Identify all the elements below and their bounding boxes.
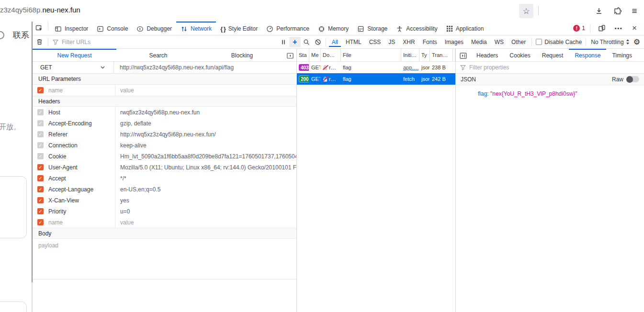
new-header-value-placeholder[interactable]: value: [120, 219, 134, 226]
payload-textarea[interactable]: [33, 239, 296, 279]
tab-cookies[interactable]: Cookies: [504, 49, 536, 61]
tab-network[interactable]: Network: [176, 22, 216, 35]
header-checkbox[interactable]: ✓: [37, 164, 44, 170]
request-row[interactable]: 403 GET r… flag app…. json 238 B 2: [297, 62, 455, 73]
tab-storage[interactable]: Storage: [353, 22, 392, 35]
header-checkbox[interactable]: ✓: [37, 142, 44, 148]
header-value[interactable]: yes: [115, 195, 296, 206]
col-status[interactable]: Sta: [297, 49, 309, 61]
header-value[interactable]: en-US,en;q=0.5: [115, 184, 296, 195]
tab-debugger[interactable]: Debugger: [132, 22, 176, 35]
request-initiator-link[interactable]: app….: [403, 65, 418, 70]
filter-media[interactable]: Media: [468, 37, 490, 47]
header-value[interactable]: rwq5xz3z4qy5i68p.neu-nex.fun: [115, 107, 296, 118]
param-value-placeholder[interactable]: value: [120, 87, 134, 94]
pick-element-icon[interactable]: [33, 22, 46, 35]
tab-search[interactable]: Search: [116, 49, 200, 61]
filter-urls-input[interactable]: [59, 39, 278, 45]
disable-cache-control[interactable]: Disable Cache: [534, 39, 584, 45]
expand-details-icon[interactable]: [456, 49, 471, 61]
param-name-placeholder[interactable]: name: [48, 87, 63, 94]
col-type[interactable]: Ty: [419, 49, 430, 61]
meatball-menu-icon[interactable]: ⋯: [611, 24, 625, 33]
header-checkbox[interactable]: ✓: [37, 208, 44, 214]
tab-inspector[interactable]: Inspector: [50, 22, 92, 35]
filter-ws[interactable]: WS: [492, 37, 507, 47]
tab-new-request[interactable]: New Request: [33, 49, 116, 61]
request-url-input[interactable]: [114, 62, 296, 73]
page-logo-partial: [0, 31, 4, 39]
header-value[interactable]: */*: [115, 173, 296, 184]
header-value[interactable]: Mozilla/5.0 (X11; Ubuntu; Linux x86_64; …: [115, 162, 296, 173]
tab-accessibility[interactable]: Accessibility: [392, 22, 441, 35]
block-request-icon[interactable]: [312, 37, 324, 47]
tab-application[interactable]: Application: [442, 22, 488, 35]
method-select[interactable]: GET: [33, 62, 114, 73]
tab-label: Storage: [367, 25, 387, 32]
bookmark-star-icon[interactable]: ☆: [519, 4, 533, 18]
disable-cache-checkbox[interactable]: [536, 39, 542, 45]
header-value[interactable]: u=0: [115, 206, 296, 217]
hamburger-menu-icon[interactable]: ≡: [627, 4, 642, 18]
filter-css[interactable]: CSS: [366, 37, 384, 47]
json-property-row[interactable]: flag: "nex{YoU_R_tH3_VlP_p8hdi0sw}": [456, 85, 644, 97]
extensions-puzzle-icon[interactable]: [610, 4, 624, 18]
responsive-design-icon[interactable]: [595, 24, 609, 32]
raw-toggle[interactable]: [626, 76, 639, 82]
param-checkbox[interactable]: ✓: [37, 87, 44, 93]
filter-properties-input[interactable]: [466, 64, 644, 71]
tab-response[interactable]: Response: [569, 49, 606, 61]
header-checkbox[interactable]: ✓: [37, 219, 44, 225]
url-bar[interactable]: z3z4qy5i68p.neu-nex.fun: [0, 6, 80, 14]
header-value[interactable]: Hm_lvt_5090a2a1f6bb5aa8f0d209be8d7fa121=…: [115, 151, 296, 162]
downloads-icon[interactable]: [592, 4, 606, 18]
tab-performance[interactable]: Performance: [262, 22, 314, 35]
col-transferred[interactable]: Tran…: [430, 49, 453, 61]
header-checkbox[interactable]: ✓: [37, 153, 44, 159]
close-devtools-icon[interactable]: ×: [628, 23, 641, 33]
tab-memory[interactable]: Memory: [314, 22, 353, 35]
new-header-name-placeholder[interactable]: name: [48, 219, 63, 226]
throttling-select[interactable]: No Throttling: [588, 39, 632, 45]
tab-blocking[interactable]: Blocking: [200, 49, 284, 61]
filter-js[interactable]: JS: [385, 37, 398, 47]
col-method[interactable]: Me: [309, 49, 321, 61]
col-initiator[interactable]: Initi…: [401, 49, 419, 61]
tab-console[interactable]: Console: [92, 22, 132, 35]
header-checkbox[interactable]: ✓: [37, 109, 44, 115]
header-value[interactable]: http://rwq5xz3z4qy5i68p.neu-nex.fun/: [115, 129, 296, 140]
filter-images[interactable]: Images: [442, 37, 466, 47]
tab-request[interactable]: Request: [536, 49, 569, 61]
search-icon[interactable]: [301, 37, 312, 47]
new-request-plus-button[interactable]: +: [289, 37, 301, 47]
header-row: ✓Referer http://rwq5xz3z4qy5i68p.neu-nex…: [33, 129, 296, 140]
filter-xhr[interactable]: XHR: [400, 37, 418, 47]
tab-label: Performance: [276, 25, 309, 32]
header-checkbox[interactable]: ✓: [37, 120, 44, 126]
request-row-selected[interactable]: 200 GET r… flag fetch json 242 B 3: [297, 73, 455, 85]
filter-all[interactable]: All: [329, 37, 341, 47]
filter-other[interactable]: Other: [508, 37, 529, 47]
header-value[interactable]: gzip, deflate: [115, 118, 296, 129]
col-file[interactable]: File: [341, 49, 401, 61]
tab-style-editor[interactable]: { } Style Editor: [216, 22, 262, 35]
devtools-tabbar: Inspector Console Debugger Network { } S…: [33, 22, 644, 35]
error-count-badge[interactable]: !1: [573, 25, 585, 32]
filter-html[interactable]: HTML: [343, 37, 364, 47]
collapse-panel-icon[interactable]: [284, 49, 296, 61]
header-checkbox[interactable]: ✓: [37, 175, 44, 181]
clear-requests-trash-icon[interactable]: [33, 38, 46, 45]
header-value[interactable]: keep-alive: [115, 140, 296, 151]
page-nav-link[interactable]: 联系: [13, 30, 29, 41]
col-domain[interactable]: Do…: [321, 49, 341, 61]
tab-timings[interactable]: Timings: [606, 49, 638, 61]
tab-headers[interactable]: Headers: [471, 49, 504, 61]
network-settings-gear-icon[interactable]: ⚙: [633, 37, 644, 46]
pause-recording-icon[interactable]: [278, 37, 289, 47]
filter-fonts[interactable]: Fonts: [420, 37, 440, 47]
header-checkbox[interactable]: ✓: [37, 131, 44, 137]
header-checkbox[interactable]: ✓: [37, 197, 44, 203]
header-checkbox[interactable]: ✓: [37, 186, 44, 192]
col-size[interactable]: S: [453, 49, 455, 61]
url-parameters-header: URL Parameters: [33, 74, 296, 85]
